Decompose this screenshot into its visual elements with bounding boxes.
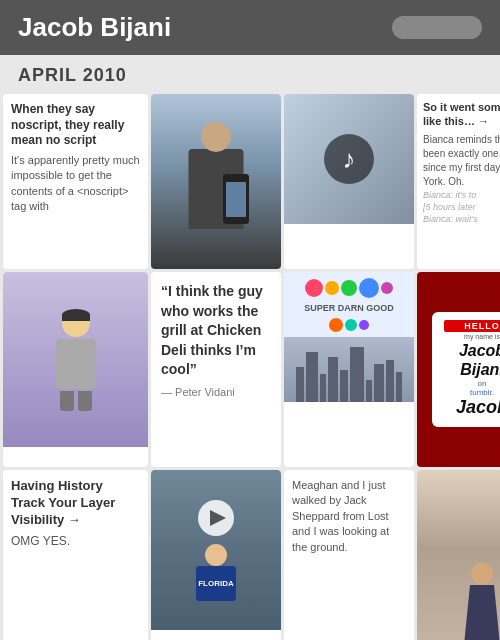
- music-image: ♪: [284, 94, 414, 224]
- chat-line1: Bianca: it's to: [423, 189, 500, 201]
- search-input[interactable]: [392, 16, 482, 39]
- avatar-figure: [56, 309, 96, 411]
- photo-man-image: [151, 94, 281, 269]
- city-buildings: [296, 347, 402, 402]
- layer-body: OMG YES.: [11, 533, 140, 550]
- site-title: Jacob Bijani: [18, 12, 171, 43]
- play-button[interactable]: [198, 500, 234, 536]
- city-image: [284, 337, 414, 402]
- avatar-image: [3, 272, 148, 447]
- meaghan-body: Meaghan and I just walked by Jack Sheppa…: [292, 478, 406, 555]
- play-icon: [210, 510, 226, 526]
- badge-hello: HELLO: [444, 320, 500, 332]
- kid-image: FLORIDA: [151, 470, 281, 630]
- meaghan-card: Meaghan and I just walked by Jack Sheppa…: [284, 470, 414, 640]
- quote-card: “I think the guy who works the grill at …: [151, 272, 281, 467]
- chat-line2: [5 hours later: [423, 201, 500, 213]
- badge-tumblr-text: tumblr.: [444, 388, 500, 397]
- layer-title: Having History Track Your Layer Visibili…: [11, 478, 140, 529]
- name-badge: HELLO my name is Jacob Bijani on tumblr.…: [432, 312, 500, 427]
- content-grid: When they say noscript, they really mean…: [0, 94, 500, 640]
- woman-figure: [452, 563, 500, 640]
- badge-card: HELLO my name is Jacob Bijani on tumblr.…: [417, 272, 500, 467]
- page-container: Jacob Bijani APRIL 2010 When they say no…: [0, 0, 500, 640]
- so-it-went-body: Bianca reminds that it has been exactly …: [423, 133, 500, 189]
- badge-image: HELLO my name is Jacob Bijani on tumblr.…: [417, 272, 500, 467]
- layer-card: Having History Track Your Layer Visibili…: [3, 470, 148, 640]
- music-note-icon: ♪: [324, 134, 374, 184]
- woman-head: [471, 563, 493, 585]
- quote-text: “I think the guy who works the grill at …: [161, 282, 271, 380]
- badge-my-name: my name is: [444, 333, 500, 340]
- so-it-went-card[interactable]: So it went something like this… → Bianca…: [417, 94, 500, 269]
- music-card: ♪: [284, 94, 414, 269]
- woman-dress: [462, 585, 500, 640]
- quote-attribution: — Peter Vidani: [161, 386, 271, 398]
- avatar-body: [56, 339, 96, 389]
- woman-image: [417, 470, 500, 640]
- noscript-title: When they say noscript, they really mean…: [11, 102, 140, 149]
- woman-card: [417, 470, 500, 640]
- badge-name2: Jacob: [444, 397, 500, 419]
- badge-name1: Jacob Bijani: [444, 341, 500, 379]
- avatar-legs: [60, 391, 92, 411]
- chat-line3: Bianca: wait's: [423, 213, 500, 225]
- section-heading: APRIL 2010: [0, 55, 500, 94]
- photo-man-card: [151, 94, 281, 269]
- stickers-card: SUPER DARN GOOD: [284, 272, 414, 467]
- badge-tumblr: on: [444, 379, 500, 388]
- header: Jacob Bijani: [0, 0, 500, 55]
- so-it-went-title: So it went something like this… →: [423, 100, 500, 129]
- avatar-head: [62, 309, 90, 337]
- noscript-body: It's apparently pretty much impossible t…: [11, 153, 140, 215]
- noscript-card: When they say noscript, they really mean…: [3, 94, 148, 269]
- stickers-image: SUPER DARN GOOD: [284, 272, 414, 337]
- avatar-card: [3, 272, 148, 467]
- video-card[interactable]: FLORIDA: [151, 470, 281, 640]
